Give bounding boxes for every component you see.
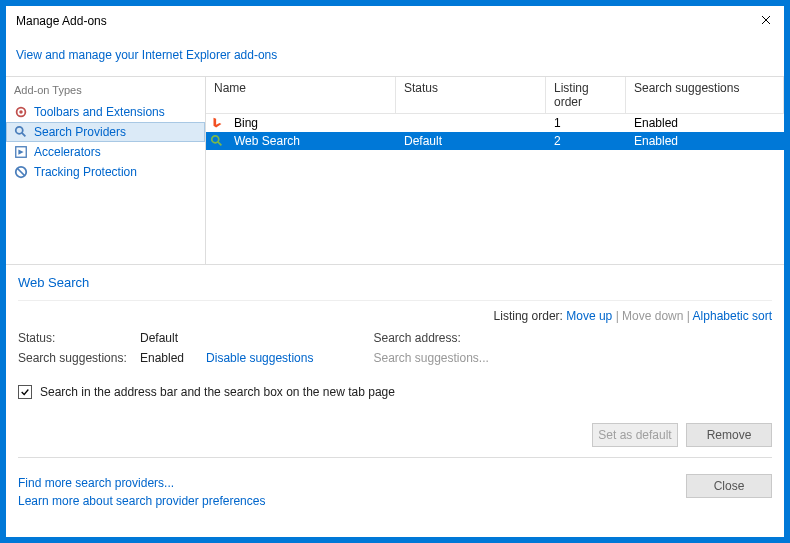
sidebar-heading: Add-on Types <box>6 80 205 102</box>
checkbox-row[interactable]: Search in the address bar and the search… <box>18 385 772 399</box>
col-header-name[interactable]: Name <box>206 77 396 113</box>
suggestions-label: Search suggestions: <box>18 351 128 365</box>
accelerator-icon <box>14 145 28 159</box>
col-header-order[interactable]: Listing order <box>546 77 626 113</box>
svg-line-8 <box>18 169 25 176</box>
find-more-providers-link[interactable]: Find more search providers... <box>18 474 265 492</box>
svg-line-10 <box>218 142 222 146</box>
move-up-link[interactable]: Move up <box>566 309 612 323</box>
details-panel: Web Search Listing order: Move up | Move… <box>6 264 784 466</box>
sidebar-item-search-providers[interactable]: Search Providers <box>6 122 205 142</box>
search-address-label: Search address: <box>373 331 460 345</box>
action-buttons: Set as default Remove <box>18 423 772 458</box>
sidebar-item-label: Accelerators <box>34 145 101 159</box>
details-grid: Status: Default Search suggestions: Enab… <box>18 331 772 365</box>
move-down-link: Move down <box>622 309 683 323</box>
checkbox-label: Search in the address bar and the search… <box>40 385 395 399</box>
search-provider-icon <box>210 134 224 148</box>
col-header-status[interactable]: Status <box>396 77 546 113</box>
col-header-suggestions[interactable]: Search suggestions <box>626 77 784 113</box>
window-title: Manage Add-ons <box>16 14 107 28</box>
disable-suggestions-link[interactable]: Disable suggestions <box>206 351 313 365</box>
sidebar-item-label: Toolbars and Extensions <box>34 105 165 119</box>
dialog-window: Manage Add-ons View and manage your Inte… <box>0 0 790 543</box>
bing-icon <box>210 116 224 130</box>
sidebar-item-label: Tracking Protection <box>34 165 137 179</box>
sidebar-item-toolbars[interactable]: Toolbars and Extensions <box>6 102 205 122</box>
titlebar: Manage Add-ons <box>6 6 784 36</box>
alphabetic-sort-link[interactable]: Alphabetic sort <box>693 309 772 323</box>
search-icon <box>14 125 28 139</box>
cell-name: Bing <box>226 115 396 131</box>
block-icon <box>14 165 28 179</box>
main-split: Add-on Types Toolbars and Extensions Sea… <box>6 76 784 264</box>
cell-name: Web Search <box>226 133 396 149</box>
status-label: Status: <box>18 331 128 345</box>
sidebar-item-label: Search Providers <box>34 125 126 139</box>
subtitle: View and manage your Internet Explorer a… <box>6 36 784 76</box>
sidebar-item-tracking-protection[interactable]: Tracking Protection <box>6 162 205 182</box>
set-default-button: Set as default <box>592 423 678 447</box>
status-value: Default <box>140 331 178 345</box>
footer: Find more search providers... Learn more… <box>6 466 784 518</box>
listing-order-controls: Listing order: Move up | Move down | Alp… <box>18 309 772 331</box>
learn-more-link[interactable]: Learn more about search provider prefere… <box>18 492 265 510</box>
checkbox-checked-icon[interactable] <box>18 385 32 399</box>
svg-point-9 <box>212 136 219 143</box>
close-button[interactable]: Close <box>686 474 772 498</box>
svg-point-4 <box>16 127 23 134</box>
sidebar: Add-on Types Toolbars and Extensions Sea… <box>6 77 206 264</box>
close-icon[interactable] <box>756 10 776 30</box>
cell-order: 2 <box>546 133 626 149</box>
list-row[interactable]: Bing 1 Enabled <box>206 114 784 132</box>
cell-order: 1 <box>546 115 626 131</box>
details-title: Web Search <box>18 275 772 301</box>
provider-list: Name Status Listing order Search suggest… <box>206 77 784 264</box>
list-header: Name Status Listing order Search suggest… <box>206 77 784 114</box>
gear-icon <box>14 105 28 119</box>
cell-status: Default <box>396 133 546 149</box>
cell-suggestions: Enabled <box>626 115 784 131</box>
cell-status <box>396 122 546 124</box>
listing-order-label: Listing order: <box>494 309 563 323</box>
cell-suggestions: Enabled <box>626 133 784 149</box>
search-suggestions-placeholder: Search suggestions... <box>373 351 488 365</box>
subtitle-link[interactable]: View and manage your Internet Explorer a… <box>16 48 277 62</box>
svg-point-3 <box>19 110 23 114</box>
list-row[interactable]: Web Search Default 2 Enabled <box>206 132 784 150</box>
remove-button[interactable]: Remove <box>686 423 772 447</box>
suggestions-value: Enabled <box>140 351 184 365</box>
svg-line-5 <box>22 133 26 137</box>
sidebar-item-accelerators[interactable]: Accelerators <box>6 142 205 162</box>
